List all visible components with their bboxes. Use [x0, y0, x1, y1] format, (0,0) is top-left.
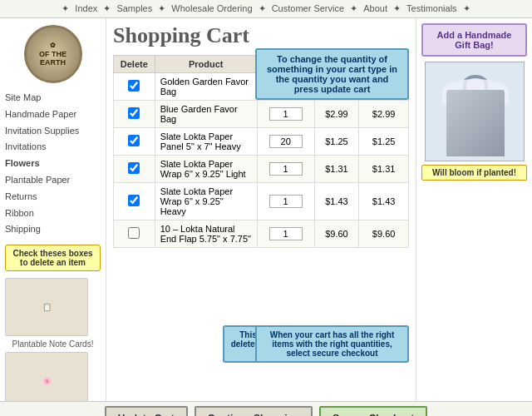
col-product: Product: [155, 56, 257, 73]
bottom-bar: Update Cart Continue Shopping Secure Che…: [0, 401, 532, 416]
sidebar-links: Site Map Handmade Paper Invitation Suppl…: [5, 90, 101, 238]
table-row: Slate Lokta Paper Wrap 6" x 9.25" Light$…: [114, 156, 409, 183]
top-navigation: ✦ Index ✦ Samples ✦ Wholesale Ordering ✦…: [0, 0, 532, 18]
item-price: $1.25: [314, 128, 359, 156]
nav-samples[interactable]: Samples: [116, 3, 152, 13]
logo-circle: ✿OF THEEARTH: [24, 25, 82, 83]
sidebar-link-shipping[interactable]: Shipping: [5, 221, 101, 238]
item-subtotal: $9.60: [359, 220, 409, 248]
item-subtotal: $2.99: [359, 101, 409, 128]
qty-input-2[interactable]: [269, 135, 303, 148]
sidebar-link-flowers[interactable]: Flowers: [5, 156, 101, 172]
nav-wholesale[interactable]: Wholesale Ordering: [171, 3, 252, 13]
sidebar-link-handmade[interactable]: Handmade Paper: [5, 106, 101, 123]
sidebar-link-plantable[interactable]: Plantable Paper: [5, 172, 101, 189]
nav-index[interactable]: Index: [75, 3, 97, 13]
table-row: 10 – Lokta Natural End Flap 5.75" x 7.75…: [114, 220, 409, 248]
right-sidebar: Add a Handmade Gift Bag! Will bloom if p…: [416, 18, 532, 401]
product-name: Blue Garden Favor Bag: [155, 101, 257, 128]
bag-body: [446, 90, 505, 156]
sidebar-link-invitation-supplies[interactable]: Invitation Supplies: [5, 123, 101, 140]
nav-customer-service[interactable]: Customer Service: [272, 3, 344, 13]
table-row: Slate Lokta Paper Panel 5" x 7" Heavy$1.…: [114, 128, 409, 156]
item-price: $9.60: [314, 220, 359, 248]
product-name: Slate Lokta Paper Wrap 6" x 9.25" Heavy: [155, 183, 257, 220]
sidebar-link-ribbon[interactable]: Ribbon: [5, 206, 101, 222]
delete-checkbox-3[interactable]: [128, 162, 140, 174]
callout-bottom-right: When your cart has all the right items w…: [255, 325, 409, 363]
nav-about[interactable]: About: [363, 3, 387, 13]
delete-checkbox-2[interactable]: [128, 135, 140, 146]
update-cart-button[interactable]: Update Cart: [105, 406, 188, 417]
page-title: Shopping Cart: [113, 23, 409, 48]
table-row: Blue Garden Favor Bag$2.99$2.99: [114, 101, 409, 128]
table-row: Slate Lokta Paper Wrap 6" x 9.25" Heavy$…: [114, 183, 409, 220]
qty-input-3[interactable]: [269, 162, 303, 176]
will-bloom-label: Will bloom if planted!: [421, 165, 527, 181]
sidebar-link-invitations[interactable]: Invitations: [5, 139, 101, 156]
sidebar-images: 📋 Plantable Note Cards! 🌸 Plantable Card…: [5, 278, 101, 416]
logo-text: ✿OF THEEARTH: [39, 41, 66, 67]
callout-delete: Check theses boxes to delete an item: [5, 245, 101, 271]
delete-checkbox-0[interactable]: [128, 80, 140, 92]
callout-top: To change the quantity of something in y…: [255, 48, 409, 100]
item-price: $2.99: [314, 101, 359, 128]
col-delete: Delete: [114, 56, 155, 73]
main-content: Shopping Cart To change the quantity of …: [106, 18, 416, 401]
delete-checkbox-5[interactable]: [128, 227, 140, 239]
sidebar-link-returns[interactable]: Returns: [5, 189, 101, 206]
item-subtotal: $1.31: [359, 156, 409, 183]
sidebar: ✿OF THEEARTH Site Map Handmade Paper Inv…: [0, 18, 106, 401]
item-subtotal: $1.43: [359, 183, 409, 220]
sidebar-notecards-label: Plantable Note Cards!: [5, 339, 101, 349]
sidebar-link-sitemap[interactable]: Site Map: [5, 90, 101, 106]
product-name: 10 – Lokta Natural End Flap 5.75" x 7.75…: [155, 220, 257, 248]
gift-bag-label: Add a Handmade Gift Bag!: [421, 23, 527, 57]
gift-bag-image: [425, 62, 525, 161]
delete-checkbox-4[interactable]: [128, 195, 140, 206]
qty-input-1[interactable]: [269, 107, 303, 121]
product-name: Slate Lokta Paper Panel 5" x 7" Heavy: [155, 128, 257, 156]
qty-input-4[interactable]: [269, 195, 303, 208]
product-name: Slate Lokta Paper Wrap 6" x 9.25" Light: [155, 156, 257, 183]
product-name: Golden Garden Favor Bag: [155, 73, 257, 101]
item-subtotal: $1.25: [359, 128, 409, 156]
item-price: $1.43: [314, 183, 359, 220]
continue-shopping-button[interactable]: Continue Shopping: [195, 406, 313, 417]
secure-checkout-button[interactable]: Secure Checkout: [319, 406, 427, 417]
delete-checkbox-1[interactable]: [128, 107, 140, 119]
logo: ✿OF THEEARTH: [5, 25, 101, 83]
qty-input-5[interactable]: [269, 227, 303, 240]
nav-testimonials[interactable]: Testimonials: [406, 3, 457, 13]
sidebar-img-notecards: 📋: [5, 278, 88, 336]
item-price: $1.31: [314, 156, 359, 183]
